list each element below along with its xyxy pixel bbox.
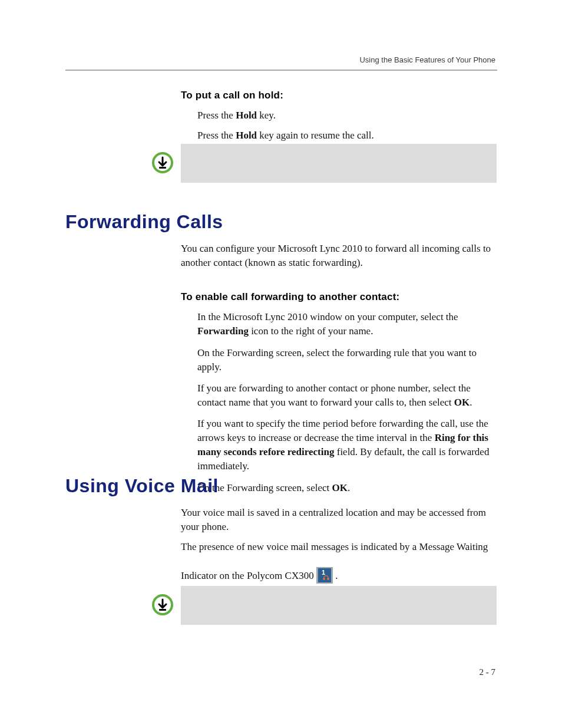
hold-key-bold: Hold bbox=[236, 130, 257, 141]
voicemail-p2-line1: The presence of new voice mail messages … bbox=[181, 540, 497, 554]
ok-bold: OK bbox=[454, 397, 470, 408]
forwarding-title: Forwarding Calls bbox=[65, 211, 223, 233]
page: Using the Basic Features of Your Phone T… bbox=[0, 0, 562, 728]
text-fragment: In the Microsoft Lync 2010 window on you… bbox=[197, 311, 458, 322]
text-fragment: key again to resume the call. bbox=[257, 130, 374, 141]
text-fragment: Press the bbox=[197, 110, 236, 121]
svg-point-5 bbox=[327, 578, 329, 580]
voicemail-title: Using Voice Mail bbox=[65, 475, 219, 497]
hold-step-1: Press the Hold key. bbox=[181, 108, 497, 123]
page-number: 2 - 7 bbox=[480, 667, 496, 677]
text-fragment: . bbox=[470, 397, 472, 408]
forwarding-step-5: On the Forwarding screen, select OK. bbox=[181, 481, 497, 495]
forwarding-bold: Forwarding bbox=[197, 325, 249, 337]
text-fragment: If you are forwarding to another contact… bbox=[197, 383, 471, 408]
forwarding-block: You can configure your Microsoft Lync 20… bbox=[181, 242, 497, 495]
forwarding-step-4: If you want to specify the time period b… bbox=[181, 417, 497, 474]
header-rule bbox=[65, 70, 497, 71]
text-fragment: Press the bbox=[197, 130, 236, 141]
hold-heading: To put a call on hold: bbox=[181, 90, 497, 101]
voicemail-block: Your voice mail is saved in a centralize… bbox=[181, 506, 497, 584]
text-fragment: Indicator on the Polycom CX300 bbox=[181, 570, 316, 581]
hold-block: To put a call on hold: Press the Hold ke… bbox=[181, 90, 497, 143]
note-box bbox=[181, 144, 497, 183]
text-fragment: . bbox=[348, 482, 350, 493]
message-waiting-indicator-icon: 1 bbox=[316, 567, 333, 584]
text-fragment: key. bbox=[257, 110, 276, 121]
text-fragment: icon to the right of your name. bbox=[249, 325, 373, 337]
forwarding-step-3: If you are forwarding to another contact… bbox=[181, 381, 497, 410]
note-icon bbox=[151, 151, 174, 174]
forwarding-heading: To enable call forwarding to another con… bbox=[181, 291, 497, 303]
forwarding-step-2: On the Forwarding screen, select the for… bbox=[181, 346, 497, 374]
note-icon bbox=[151, 593, 174, 617]
hold-key-bold: Hold bbox=[236, 110, 257, 121]
note-box bbox=[181, 586, 497, 625]
text-fragment: . bbox=[335, 570, 338, 581]
mwi-count: 1 bbox=[322, 569, 325, 576]
hold-step-2: Press the Hold key again to resume the c… bbox=[181, 129, 497, 143]
svg-rect-7 bbox=[159, 609, 166, 611]
forwarding-intro: You can configure your Microsoft Lync 20… bbox=[181, 242, 497, 270]
svg-point-4 bbox=[323, 578, 325, 580]
svg-rect-1 bbox=[159, 167, 166, 169]
ok-bold: OK bbox=[332, 482, 347, 493]
forwarding-step-1: In the Microsoft Lync 2010 window on you… bbox=[181, 310, 497, 338]
running-header: Using the Basic Features of Your Phone bbox=[359, 55, 495, 64]
voicemail-p2-line2: Indicator on the Polycom CX300 1 . bbox=[181, 567, 497, 584]
voicemail-p1: Your voice mail is saved in a centralize… bbox=[181, 506, 497, 534]
